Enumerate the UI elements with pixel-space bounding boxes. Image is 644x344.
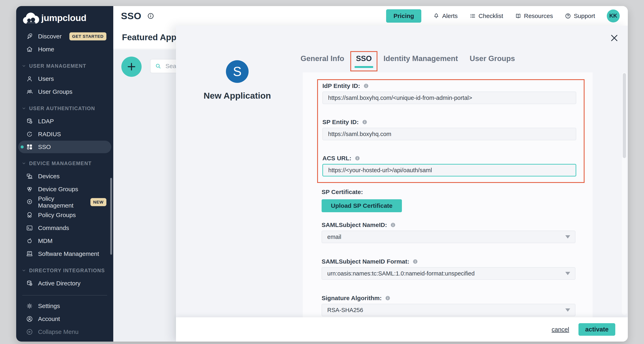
sidebar-section-header-directory-integrations[interactable]: DIRECTORY INTEGRATIONS bbox=[16, 264, 113, 277]
policy-groups-icon bbox=[26, 211, 33, 219]
user-icon bbox=[26, 75, 33, 82]
sidebar-item-policy-management[interactable]: Policy ManagementNEW bbox=[16, 196, 113, 209]
radius-icon bbox=[26, 131, 33, 138]
chevron-down-icon bbox=[22, 268, 26, 273]
field-label: IdP Entity ID: bbox=[322, 82, 360, 90]
tab-label: Identity Management bbox=[384, 54, 458, 63]
pricing-button[interactable]: Pricing bbox=[386, 9, 421, 23]
sidebar-item-user-groups[interactable]: User Groups bbox=[16, 85, 113, 98]
sidebar: jumpcloud DiscoverGET STARTEDHomeUSER MA… bbox=[16, 6, 113, 342]
sidebar-item-label: Home bbox=[38, 46, 54, 53]
field-label: SAMLSubject NameID: bbox=[322, 221, 387, 229]
sidebar-item-label: Device Groups bbox=[38, 186, 78, 193]
field-samlsubject-nameid: SAMLSubject NameID:email bbox=[322, 221, 576, 243]
sidebar-item-label: Account bbox=[38, 316, 60, 322]
active-directory-icon bbox=[26, 280, 33, 287]
page: jumpcloud DiscoverGET STARTEDHomeUSER MA… bbox=[0, 0, 644, 344]
sidebar-item-label: SSO bbox=[38, 143, 51, 150]
page-title: SSO bbox=[121, 10, 142, 21]
tab-label: SSO bbox=[356, 54, 372, 63]
tab-label: General Info bbox=[300, 54, 344, 63]
sidebar-item-device-groups[interactable]: Device Groups bbox=[16, 183, 113, 196]
book-icon bbox=[515, 13, 522, 19]
cancel-button[interactable]: cancel bbox=[552, 326, 569, 333]
topbar-item-support[interactable]: Support bbox=[565, 12, 595, 19]
sidebar-item-radius[interactable]: RADIUS bbox=[16, 128, 113, 141]
field-acs-url: ACS URL:https://<your-hosted-url>/api/oa… bbox=[322, 154, 576, 176]
sidebar-item-settings[interactable]: Settings bbox=[16, 300, 113, 313]
activate-button[interactable]: activate bbox=[578, 323, 615, 336]
field-samlsubject-nameid-select[interactable]: email bbox=[322, 231, 576, 243]
sidebar-item-label: Software Management bbox=[38, 250, 99, 257]
tab-general-info[interactable]: General Info bbox=[300, 54, 344, 65]
sidebar-scrollbar[interactable] bbox=[110, 178, 112, 255]
sidebar-section-header-label: USER AUTHENTICATION bbox=[29, 105, 95, 111]
field-samlsubject-nameid-format-select[interactable]: urn:oasis:names:tc:SAML:1.0:nameid-forma… bbox=[322, 267, 576, 280]
sidebar-item-collapse-menu[interactable]: Collapse Menu bbox=[16, 326, 113, 338]
sidebar-section-header-user-management[interactable]: USER MANAGEMENT bbox=[16, 59, 113, 72]
field-acs-url-input[interactable]: https://<your-hosted-url>/api/oauth/saml bbox=[322, 164, 576, 176]
upload-sp-certificate-button[interactable]: Upload SP Certificate bbox=[322, 199, 402, 212]
topbar-item-resources[interactable]: Resources bbox=[515, 12, 553, 19]
info-filled-icon bbox=[385, 295, 391, 301]
sidebar-section-header-device-management[interactable]: DEVICE MANAGEMENT bbox=[16, 157, 113, 170]
sidebar-section-header-label: USER MANAGEMENT bbox=[29, 63, 86, 69]
field-signature-algorithm-select[interactable]: RSA-SHA256 bbox=[322, 304, 576, 316]
modal-scrollbar-thumb[interactable] bbox=[623, 73, 626, 158]
sidebar-item-active-directory[interactable]: Active Directory bbox=[16, 277, 113, 290]
info-filled-icon bbox=[390, 222, 396, 228]
modal-footer: cancel activate bbox=[176, 317, 628, 342]
topbar-nav: AlertsChecklistResourcesSupport bbox=[433, 12, 595, 19]
tab-identity-management[interactable]: Identity Management bbox=[384, 54, 458, 65]
sidebar-section-header-label: DEVICE MANAGEMENT bbox=[29, 160, 92, 166]
sidebar-item-devices[interactable]: Devices bbox=[16, 170, 113, 183]
logo[interactable]: jumpcloud bbox=[16, 6, 113, 30]
avatar[interactable]: KK bbox=[607, 9, 620, 22]
field-sp-entity-id-input[interactable]: https://saml.boxyhq.com bbox=[322, 128, 576, 140]
sidebar-item-policy-groups[interactable]: Policy Groups bbox=[16, 209, 113, 222]
topbar-item-label: Alerts bbox=[442, 12, 458, 19]
active-tab-underline bbox=[354, 66, 373, 68]
sidebar-item-discover[interactable]: DiscoverGET STARTED bbox=[16, 30, 113, 43]
question-icon bbox=[565, 13, 571, 19]
chevron-down-icon bbox=[22, 106, 26, 111]
tab-user-groups[interactable]: User Groups bbox=[470, 54, 515, 65]
field-idp-entity-id-input[interactable]: https://saml.boxyhq.com/<unique-id-from-… bbox=[322, 91, 576, 104]
sidebar-section-header-user-authentication[interactable]: USER AUTHENTICATION bbox=[16, 102, 113, 115]
field-samlsubject-nameid-format-label-row: SAMLSubject NameID Format: bbox=[322, 258, 576, 265]
topbar-item-label: Support bbox=[574, 12, 595, 19]
sso-grid-icon bbox=[26, 143, 33, 151]
plus-icon bbox=[126, 61, 137, 72]
devices-icon bbox=[26, 173, 33, 180]
sidebar-item-account[interactable]: Account bbox=[16, 313, 113, 326]
topbar-item-label: Checklist bbox=[478, 12, 503, 19]
sidebar-item-software-management[interactable]: Software Management bbox=[16, 247, 113, 260]
modal-scrollbar[interactable] bbox=[622, 72, 627, 315]
sidebar-item-commands[interactable]: Commands bbox=[16, 222, 113, 234]
field-samlsubject-nameid-label-row: SAMLSubject NameID: bbox=[322, 221, 576, 229]
info-filled-icon bbox=[362, 119, 368, 125]
sidebar-item-label: Policy Management bbox=[38, 195, 90, 209]
info-icon[interactable] bbox=[147, 12, 154, 19]
search-icon bbox=[155, 63, 162, 69]
sidebar-item-mdm[interactable]: MDM bbox=[16, 234, 113, 247]
field-label: SAMLSubject NameID Format: bbox=[322, 258, 409, 265]
field-label: Signature Algorithm: bbox=[322, 294, 382, 302]
sidebar-item-home[interactable]: Home bbox=[16, 43, 113, 56]
sidebar-item-ldap[interactable]: LDAP bbox=[16, 115, 113, 128]
topbar-item-alerts[interactable]: Alerts bbox=[433, 12, 458, 19]
input-value: RSA-SHA256 bbox=[327, 307, 363, 314]
chevron-down-icon bbox=[22, 63, 26, 68]
tab-sso[interactable]: SSO bbox=[356, 54, 372, 65]
sidebar-item-sso[interactable]: SSO bbox=[18, 141, 111, 153]
home-icon bbox=[26, 46, 33, 53]
input-value: email bbox=[327, 234, 341, 240]
close-icon[interactable] bbox=[610, 33, 619, 43]
sidebar-item-users[interactable]: Users bbox=[16, 72, 113, 85]
sidebar-nav: DiscoverGET STARTEDHomeUSER MANAGEMENTUs… bbox=[16, 30, 113, 338]
topbar-item-checklist[interactable]: Checklist bbox=[470, 12, 503, 19]
add-application-button[interactable] bbox=[121, 57, 142, 77]
sidebar-item-label: Collapse Menu bbox=[38, 329, 78, 335]
field-idp-entity-id: IdP Entity ID:https://saml.boxyhq.com/<u… bbox=[322, 82, 576, 104]
field-signature-algorithm-label-row: Signature Algorithm: bbox=[322, 294, 576, 302]
